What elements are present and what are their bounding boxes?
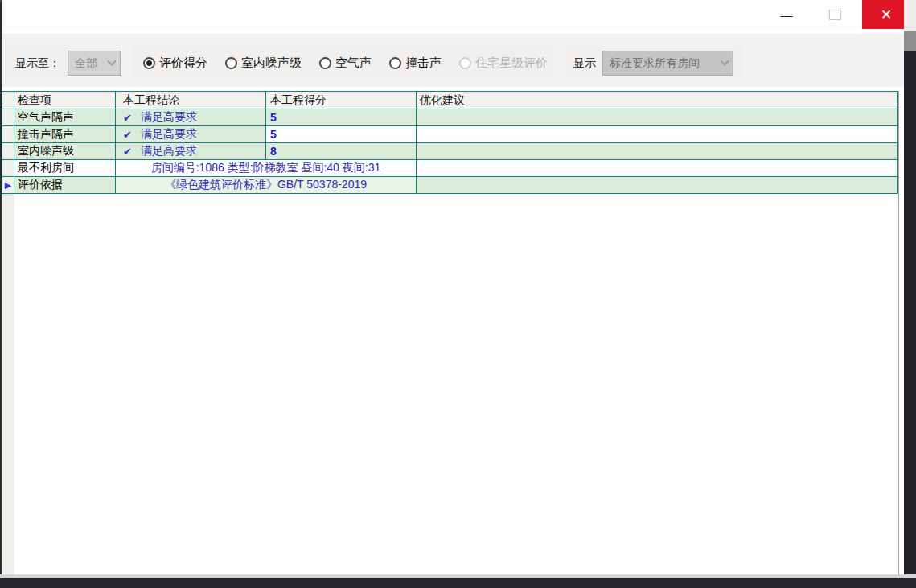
radio-icon — [319, 57, 331, 69]
radio-label: 室内噪声级 — [241, 56, 302, 71]
radio-indoor-noise-level[interactable]: 室内噪声级 — [225, 56, 302, 71]
check-icon: ✔ — [123, 129, 132, 141]
titlebar-right-corner — [904, 0, 916, 31]
advice-cell — [417, 109, 898, 126]
col-header-advice: 优化建议 — [417, 92, 898, 109]
radio-airborne-sound[interactable]: 空气声 — [319, 56, 372, 71]
display-to-combobox[interactable]: 全部 — [68, 51, 121, 76]
col-header-check-item: 检查项 — [14, 92, 116, 109]
row-selector-cell[interactable] — [2, 160, 14, 177]
app-window: — ✕ 显示至： 全部 评价得分 室内噪声级 — [0, 0, 916, 588]
close-button[interactable]: ✕ — [862, 0, 910, 29]
score-cell: 5 — [266, 126, 417, 143]
display-to-value: 全部 — [75, 56, 97, 71]
titlebar: — ✕ — [2, 0, 904, 29]
check-icon: ✔ — [123, 146, 132, 158]
display-value: 标准要求所有房间 — [610, 56, 700, 71]
table-row-impact-insulation[interactable]: 撞击声隔声 ✔ 满足高要求 5 — [2, 126, 898, 143]
display-panel: 显示 标准要求所有房间 — [565, 45, 742, 81]
radio-label: 住宅星级评价 — [475, 56, 548, 71]
radio-icon — [389, 57, 401, 69]
check-item-cell: 最不利房间 — [14, 160, 116, 177]
radio-label: 评价得分 — [159, 56, 207, 71]
evaluation-standard-cell: 《绿色建筑评价标准》GB/T 50378-2019 — [116, 177, 417, 194]
row-selector-cell[interactable] — [2, 126, 14, 143]
check-item-cell: 室内噪声级 — [14, 143, 116, 160]
display-combobox[interactable]: 标准要求所有房间 — [602, 51, 733, 76]
advice-cell — [417, 126, 898, 143]
radio-label: 空气声 — [335, 56, 372, 71]
advice-cell — [417, 177, 898, 194]
display-to-panel: 显示至： 全部 — [6, 45, 121, 81]
check-item-cell: 空气声隔声 — [14, 109, 116, 126]
table-row-worst-room[interactable]: 最不利房间 房间编号:1086 类型:阶梯教室 昼间:40 夜间:31 — [2, 160, 898, 177]
screen-left-edge — [0, 2, 2, 588]
toolbar: 显示至： 全部 评价得分 室内噪声级 空气声 撞击声 — [2, 29, 904, 91]
screen-bottom-edge — [0, 578, 916, 588]
radio-impact-sound[interactable]: 撞击声 — [389, 56, 442, 71]
check-icon: ✔ — [123, 112, 132, 124]
conclusion-text: 满足高要求 — [141, 110, 197, 125]
conclusion-text: 满足高要求 — [141, 144, 197, 158]
conclusion-cell: ✔ 满足高要求 — [116, 109, 266, 126]
radio-label: 撞击声 — [405, 56, 442, 71]
radio-group-panel: 评价得分 室内噪声级 空气声 撞击声 住宅星级评价 — [133, 45, 552, 81]
radio-icon — [225, 57, 237, 69]
screen-right-edge — [904, 51, 916, 578]
table-header-row: 检查项 本工程结论 本工程得分 优化建议 — [2, 92, 898, 109]
radio-evaluation-score[interactable]: 评价得分 — [143, 56, 207, 71]
row-selector-cell[interactable] — [2, 143, 14, 160]
minimize-button[interactable]: — — [769, 0, 804, 29]
score-cell: 5 — [266, 109, 417, 126]
radio-residential-star-rating[interactable]: 住宅星级评价 — [459, 56, 548, 71]
col-header-score: 本工程得分 — [266, 92, 417, 109]
grid-right-border — [898, 91, 899, 574]
worst-room-detail-cell: 房间编号:1086 类型:阶梯教室 昼间:40 夜间:31 — [116, 160, 417, 177]
table-row-indoor-noise[interactable]: 室内噪声级 ✔ 满足高要求 8 — [2, 143, 898, 160]
advice-cell — [417, 143, 898, 160]
maximize-button[interactable] — [817, 0, 852, 29]
score-cell: 8 — [266, 143, 417, 160]
conclusion-cell: ✔ 满足高要求 — [116, 126, 266, 143]
conclusion-cell: ✔ 满足高要求 — [116, 143, 266, 160]
radio-icon — [459, 57, 471, 69]
maximize-icon — [829, 10, 841, 20]
display-label: 显示 — [573, 56, 596, 71]
window-drop-shadow — [904, 31, 916, 51]
table-row-airborne-insulation[interactable]: 空气声隔声 ✔ 满足高要求 5 — [2, 109, 898, 126]
close-icon: ✕ — [881, 6, 892, 23]
col-header-conclusion: 本工程结论 — [116, 92, 266, 109]
results-grid: 检查项 本工程结论 本工程得分 优化建议 空气声隔声 ✔ 满足高要求 5 撞击声… — [2, 91, 899, 574]
table-row-evaluation-basis[interactable]: ▶ 评价依据 《绿色建筑评价标准》GB/T 50378-2019 — [2, 177, 898, 194]
check-item-cell: 撞击声隔声 — [14, 126, 116, 143]
chevron-down-icon — [720, 56, 729, 65]
evaluation-table: 检查项 本工程结论 本工程得分 优化建议 空气声隔声 ✔ 满足高要求 5 撞击声… — [2, 91, 898, 194]
row-selector-cell[interactable]: ▶ — [2, 177, 14, 194]
check-item-cell: 评价依据 — [14, 177, 116, 194]
row-selector-cell[interactable] — [2, 109, 14, 126]
advice-cell — [417, 160, 898, 177]
display-to-label: 显示至： — [15, 56, 60, 71]
radio-icon — [143, 57, 155, 69]
chevron-down-icon — [107, 56, 116, 65]
current-row-indicator-icon: ▶ — [5, 181, 11, 190]
header-gutter-cell — [2, 92, 14, 109]
conclusion-text: 满足高要求 — [141, 127, 197, 142]
